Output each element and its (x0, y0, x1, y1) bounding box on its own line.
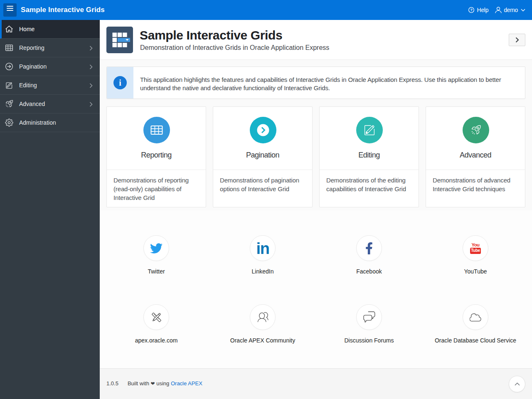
svg-text:?: ? (470, 8, 472, 12)
